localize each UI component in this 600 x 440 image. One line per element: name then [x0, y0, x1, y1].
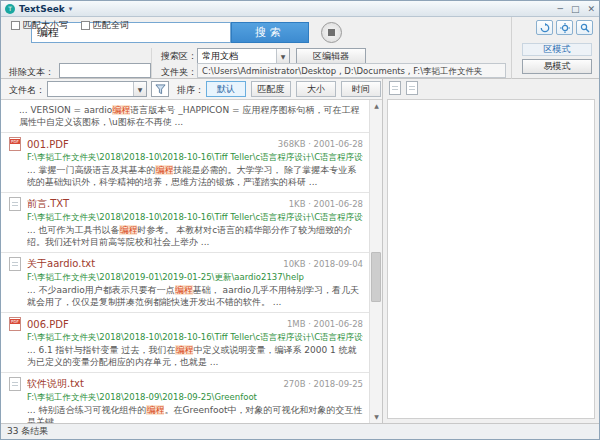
- preview-pane: [382, 79, 599, 423]
- tool-button-row: [536, 20, 593, 35]
- match-case-checkbox[interactable]: 匹配大小写: [11, 19, 68, 32]
- refresh-index-button[interactable]: [536, 20, 553, 35]
- search-toolbar: 搜索 匹配大小写 匹配全词 搜索区： 常用文档 ▼ 区编辑器 排除文本： 文件夹…: [1, 17, 599, 79]
- magnifier-icon: [580, 23, 590, 33]
- search-zone-value: 常用文档: [198, 50, 276, 63]
- app-logo-icon[interactable]: T: [5, 4, 15, 14]
- result-size-date: 1MB · 2001-06-28: [287, 319, 363, 329]
- window-controls: ─ □ ✕: [558, 2, 595, 16]
- results-scrollbar[interactable]: ▲ ▼: [369, 100, 382, 423]
- preview-page-icon[interactable]: [389, 81, 401, 95]
- search-tools-button[interactable]: [576, 20, 593, 35]
- folder-label: 文件夹：: [161, 66, 197, 79]
- mode-panel: 区模式 易模式: [511, 17, 599, 79]
- zone-editor-button[interactable]: 区编辑器: [296, 48, 366, 64]
- result-snippet: ... 也可作为工具书以备编程时参考。 本教材对c语言的精华部分作了较为细致的介…: [27, 224, 363, 248]
- titlebar: T TextSeek ▾ ─ □ ✕: [1, 1, 599, 17]
- folder-path-field[interactable]: C:\Users\Administrator\Desktop , D:\Docu…: [197, 63, 506, 78]
- divider: [151, 48, 152, 78]
- result-path: F:\李韬工作文件夹\2018\2018-10\2018-10-16\Tiff …: [27, 332, 363, 343]
- result-size-date: 270B · 2018-09-25: [283, 379, 363, 389]
- filename-filter-select[interactable]: ▼: [47, 81, 147, 97]
- result-head: 关于aardio.txt 10KB · 2018-09-04: [9, 257, 363, 271]
- file-type-icon: [9, 197, 21, 211]
- file-type-icon: [9, 137, 21, 151]
- preview-content[interactable]: [387, 99, 595, 419]
- result-item[interactable]: ... VERSION = aardio编程语言版本号 _HAPPICON = …: [1, 100, 369, 133]
- match-word-checkbox[interactable]: 匹配全词: [81, 19, 129, 32]
- result-filename[interactable]: 关于aardio.txt: [27, 257, 277, 271]
- gear-icon: [560, 23, 570, 33]
- results-list: ... VERSION = aardio编程语言版本号 _HAPPICON = …: [1, 100, 369, 423]
- scroll-down-icon[interactable]: ▼: [370, 411, 382, 423]
- scrollbar-thumb[interactable]: [371, 252, 381, 302]
- result-size-date: 368KB · 2001-06-28: [278, 139, 363, 149]
- sort-option-button[interactable]: 大小: [296, 81, 336, 97]
- search-zone-label: 搜索区：: [161, 50, 197, 63]
- textseek-window: T TextSeek ▾ ─ □ ✕ 搜索 匹配大小写 匹配全词 搜索区： 常用…: [0, 0, 600, 440]
- result-path: F:\李韬工作文件夹\2018\2019-01\2019-01-25\更新\aa…: [27, 272, 363, 283]
- result-path: F:\李韬工作文件夹\2018\2018-10\2018-10-16\Tiff …: [27, 212, 363, 223]
- minimize-button[interactable]: ─: [558, 2, 563, 16]
- file-type-icon: [9, 377, 21, 391]
- sort-buttons: 默认匹配度大小时间: [206, 81, 381, 97]
- result-path: F:\李韬工作文件夹\2018\2018-10\2018-10-16\Tiff …: [27, 152, 363, 163]
- easy-mode-button[interactable]: 易模式: [522, 59, 592, 74]
- chevron-down-icon: ▼: [276, 49, 289, 63]
- search-button[interactable]: 搜索: [231, 22, 309, 43]
- scroll-up-icon[interactable]: ▲: [370, 100, 382, 112]
- settings-button[interactable]: [556, 20, 573, 35]
- result-count: 33 条结果: [7, 425, 48, 438]
- title-menu-caret-icon[interactable]: ▾: [69, 5, 73, 13]
- match-word-label: 匹配全词: [93, 19, 129, 32]
- sort-option-button[interactable]: 匹配度: [251, 81, 291, 97]
- sort-option-button[interactable]: 默认: [206, 81, 246, 97]
- preview-text-icon[interactable]: [406, 81, 418, 95]
- list-toolbar: 文件名： ▼ 排序： 默认匹配度大小时间: [1, 79, 382, 99]
- exclude-text-label: 排除文本：: [9, 66, 54, 79]
- result-head: 软件说明.txt 270B · 2018-09-25: [9, 377, 363, 391]
- checkbox-icon: [11, 21, 20, 30]
- result-item[interactable]: 前言.TXT 1KB · 2001-06-28 F:\李韬工作文件夹\2018\…: [1, 193, 369, 253]
- result-head: 006.PDF 1MB · 2001-06-28: [9, 317, 363, 331]
- zone-mode-link[interactable]: 区模式: [522, 43, 592, 56]
- result-item[interactable]: 001.PDF 368KB · 2001-06-28 F:\李韬工作文件夹\20…: [1, 133, 369, 193]
- stop-icon: [328, 29, 335, 36]
- result-item[interactable]: 软件说明.txt 270B · 2018-09-25 F:\李韬工作文件夹\20…: [1, 373, 369, 423]
- result-filename[interactable]: 001.PDF: [27, 139, 272, 150]
- result-snippet: ... 掌握一门高级语言及其基本的编程技能是必需的。大学学习， 除了掌握本专业系…: [27, 164, 363, 188]
- result-filename[interactable]: 软件说明.txt: [27, 377, 277, 391]
- filter-button[interactable]: [151, 81, 169, 97]
- result-size-date: 1KB · 2001-06-28: [289, 199, 363, 209]
- exclude-text-input[interactable]: [59, 63, 151, 78]
- result-size-date: 10KB · 2018-09-04: [283, 259, 363, 269]
- window-title: TextSeek: [19, 4, 65, 14]
- funnel-icon: [155, 84, 166, 95]
- result-snippet: ... 不少aardio用户都表示只要有一点编程基础， aardio几乎不用特别…: [27, 284, 363, 308]
- preview-toolbar: [389, 81, 418, 95]
- result-head: 前言.TXT 1KB · 2001-06-28: [9, 197, 363, 211]
- result-item[interactable]: 关于aardio.txt 10KB · 2018-09-04 F:\李韬工作文件…: [1, 253, 369, 313]
- refresh-icon: [540, 23, 550, 33]
- maximize-button[interactable]: □: [571, 2, 580, 16]
- status-bar: 33 条结果: [1, 423, 599, 439]
- result-snippet: ... VERSION = aardio编程语言版本号 _HAPPICON = …: [19, 104, 363, 128]
- result-path: F:\李韬工作文件夹\2018\2018-09\2018-09-25\Green…: [27, 392, 363, 403]
- chevron-down-icon: ▼: [133, 82, 146, 96]
- file-type-icon: [9, 317, 21, 331]
- sort-label: 排序：: [177, 84, 204, 97]
- sort-option-button[interactable]: 时间: [341, 81, 381, 97]
- close-button[interactable]: ✕: [587, 2, 595, 16]
- stop-button[interactable]: [321, 22, 342, 43]
- match-case-label: 匹配大小写: [23, 19, 68, 32]
- result-filename[interactable]: 前言.TXT: [27, 197, 283, 211]
- result-snippet: ... 6.1 指针与指针变量 过去，我们在编程中定义或说明变量，编译系 200…: [27, 344, 363, 368]
- search-zone-select[interactable]: 常用文档 ▼: [197, 48, 290, 64]
- filename-label: 文件名：: [9, 84, 45, 97]
- result-snippet: ... 特别适合练习可视化组件的编程。在Greenfoot中，对象的可视化和对象…: [27, 404, 363, 423]
- result-filename[interactable]: 006.PDF: [27, 319, 281, 330]
- result-item[interactable]: 006.PDF 1MB · 2001-06-28 F:\李韬工作文件夹\2018…: [1, 313, 369, 373]
- checkbox-icon: [81, 21, 90, 30]
- results-pane: ... VERSION = aardio编程语言版本号 _HAPPICON = …: [1, 99, 382, 423]
- file-type-icon: [9, 257, 21, 271]
